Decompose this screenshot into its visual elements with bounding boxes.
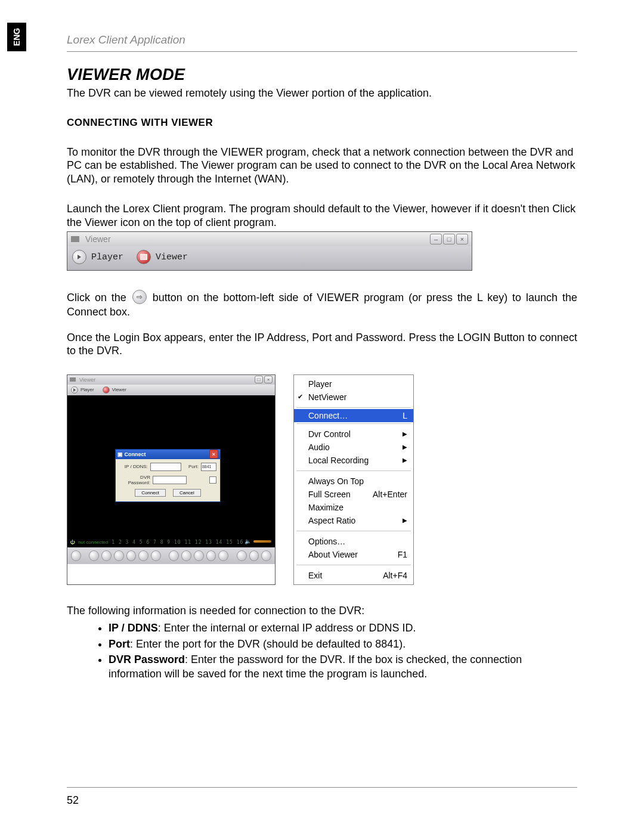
toolbar-viewer-item[interactable]: Viewer <box>137 250 188 264</box>
bullet-label: IP / DDNS <box>109 622 158 634</box>
maximize-icon[interactable]: □ <box>255 376 263 383</box>
bullet-label: DVR Password <box>109 654 185 665</box>
window-controls: – □ × <box>430 234 468 244</box>
bullet-text: : Enter the port for the DVR (should be … <box>130 638 405 650</box>
toolbar-button[interactable] <box>169 550 179 561</box>
tab-player[interactable]: Player <box>71 386 94 394</box>
connection-status: ⏻ not connected 1 2 3 4 5 6 7 8 9 10 11 … <box>70 540 243 545</box>
paragraph-4: Once the Login Box appears, enter the IP… <box>67 331 577 358</box>
bullet-text: : Enter the internal or external IP addr… <box>158 622 416 634</box>
viewer-title: Viewer <box>79 377 95 383</box>
menu-label: Audio <box>308 442 330 452</box>
speaker-icon: 🔈 <box>244 538 251 544</box>
toolbar-button[interactable] <box>89 550 99 561</box>
menu-label: Local Recording <box>308 456 369 465</box>
maximize-icon[interactable]: □ <box>443 234 455 244</box>
menu-label: About Viewer <box>308 550 358 559</box>
document-page: ENG Lorex Client Application VIEWER MODE… <box>0 0 644 833</box>
page-number: 52 <box>67 794 79 807</box>
toolbar-title: Viewer <box>85 234 111 244</box>
toolbar-button[interactable] <box>181 550 191 561</box>
submenu-arrow-icon: ▶ <box>402 431 407 437</box>
bullet-label: Port <box>109 638 130 650</box>
port-label: Port: <box>188 464 199 469</box>
menu-label: Always On Top <box>308 476 364 486</box>
menu-item-audio[interactable]: Audio ▶ <box>294 441 413 454</box>
cancel-button[interactable]: Cancel <box>173 489 201 497</box>
menu-item-full-screen[interactable]: Full Screen Alt+Enter <box>294 488 413 501</box>
menu-item-player[interactable]: Player <box>294 377 413 391</box>
volume-control: 🔈 <box>244 538 271 544</box>
figures-row: Viewer □ × Player Viewer <box>67 374 577 585</box>
status-text: not connected <box>78 540 108 545</box>
toolbar-button[interactable] <box>101 550 112 561</box>
toolbar-button[interactable] <box>71 550 81 561</box>
viewer-video-area: ▣ Connect × IP / DDNS: Port: 8841 <box>67 395 275 547</box>
toolbar-button[interactable] <box>138 550 148 561</box>
close-icon[interactable]: × <box>456 234 468 244</box>
menu-separator <box>296 531 411 531</box>
toolbar-viewer-label: Viewer <box>156 252 188 262</box>
connect-button[interactable]: Connect <box>135 489 166 497</box>
ip-input[interactable] <box>150 463 182 471</box>
menu-item-local-recording[interactable]: Local Recording ▶ <box>294 454 413 467</box>
toolbar-button[interactable] <box>151 550 161 561</box>
footer-rule <box>67 787 577 788</box>
menu-label: Aspect Ratio <box>308 516 355 525</box>
toolbar-button[interactable] <box>237 550 247 561</box>
menu-item-options[interactable]: Options… <box>294 535 413 548</box>
menu-label: Player <box>308 379 332 389</box>
volume-bar[interactable] <box>253 540 271 543</box>
tab-viewer[interactable]: Viewer <box>103 386 126 394</box>
close-icon[interactable]: × <box>209 450 218 459</box>
save-checkbox[interactable] <box>209 476 216 484</box>
menu-label: Options… <box>308 537 345 546</box>
close-icon[interactable]: × <box>264 376 273 383</box>
toolbar-button[interactable] <box>194 550 204 561</box>
port-input[interactable]: 8841 <box>201 463 216 471</box>
minimize-icon[interactable]: – <box>430 234 442 244</box>
running-header: Lorex Client Application <box>67 33 185 47</box>
tab-viewer-label: Viewer <box>112 387 126 392</box>
menu-shortcut: Alt+F4 <box>383 571 407 580</box>
viewer-window-figure: Viewer □ × Player Viewer <box>67 374 275 585</box>
viewer-titlebar: Viewer □ × <box>67 375 275 385</box>
ip-label: IP / DDNS: <box>119 464 148 469</box>
sub-heading: CONNECTING WITH VIEWER <box>67 117 577 129</box>
toolbar-button[interactable] <box>218 550 228 561</box>
menu-label: NetViewer <box>308 392 346 402</box>
intro-paragraph: The DVR can be viewed remotely using the… <box>67 86 577 100</box>
toolbar-player-label: Player <box>91 252 123 262</box>
menu-item-exit[interactable]: Exit Alt+F4 <box>294 569 413 582</box>
bullet-list: IP / DDNS: Enter the internal or externa… <box>67 621 577 681</box>
menu-item-about[interactable]: About Viewer F1 <box>294 548 413 561</box>
menu-item-connect[interactable]: Connect… L <box>294 409 413 422</box>
menu-label: Maximize <box>308 503 343 512</box>
paragraph-3a: Click on the <box>67 292 131 304</box>
menu-item-aspect-ratio[interactable]: Aspect Ratio ▶ <box>294 514 413 527</box>
menu-item-netviewer[interactable]: NetViewer <box>294 391 413 404</box>
toolbar-button[interactable] <box>114 550 124 561</box>
bullet-item: Port: Enter the port for the DVR (should… <box>109 637 577 651</box>
toolbar-button[interactable] <box>249 550 259 561</box>
toolbar-titlebar: Viewer – □ × <box>67 232 472 246</box>
monitor-icon <box>103 386 110 394</box>
connect-dialog-title: Connect <box>125 451 146 457</box>
viewer-bottom-toolbar <box>67 547 275 564</box>
menu-item-dvr-control[interactable]: Dvr Control ▶ <box>294 428 413 441</box>
toolbar-button[interactable] <box>126 550 137 561</box>
toolbar-body: Player Viewer <box>67 246 472 270</box>
window-controls: □ × <box>255 376 273 383</box>
menu-shortcut: L <box>402 411 407 420</box>
menu-item-maximize[interactable]: Maximize <box>294 501 413 514</box>
play-icon <box>72 250 86 264</box>
password-label: DVR Password: <box>119 475 150 485</box>
paragraph-5: The following information is needed for … <box>67 604 577 618</box>
password-input[interactable] <box>153 476 187 484</box>
toolbar-button[interactable] <box>261 550 271 561</box>
context-menu-figure: Player NetViewer Connect… L Dvr Control … <box>293 374 414 585</box>
menu-separator <box>296 565 411 565</box>
menu-item-always-on-top[interactable]: Always On Top <box>294 475 413 488</box>
toolbar-player-item[interactable]: Player <box>72 250 123 264</box>
toolbar-button[interactable] <box>206 550 216 561</box>
